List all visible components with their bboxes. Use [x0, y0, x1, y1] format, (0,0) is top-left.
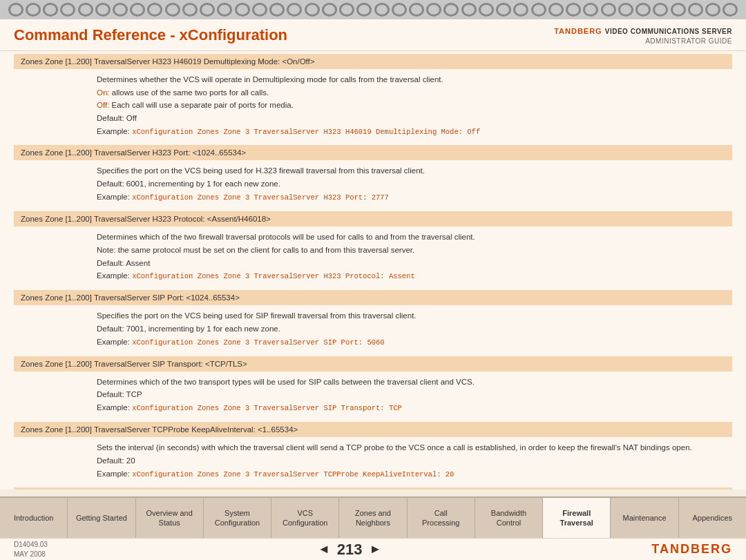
- spiral-coil: [548, 3, 564, 17]
- spiral-coil: [130, 3, 145, 17]
- off-label: Off:: [97, 101, 109, 109]
- desc-text: Determines which of the two transport ty…: [97, 376, 711, 389]
- spiral-coil: [252, 3, 267, 17]
- entry-header: Zones Zone [1..200] TraversalServer SIP …: [14, 290, 732, 305]
- spiral-coil: [705, 3, 720, 17]
- example-code: xConfiguration Zones Zone 3 TraversalSer…: [132, 128, 480, 136]
- footer: D14049.03 MAY 2008 ◄ 213 ► TANDBERG: [0, 538, 746, 560]
- nav-btn-overview-status[interactable]: Overview andStatus: [136, 498, 204, 538]
- nav-btn-call-processing[interactable]: CallProcessing: [408, 498, 475, 538]
- footer-doc-info: D14049.03 MAY 2008: [14, 540, 48, 559]
- example-code: xConfiguration Zones Zone 3 TraversalSer…: [132, 193, 389, 202]
- doc-id: D14049.03: [14, 540, 48, 550]
- nav-btn-maintenance[interactable]: Maintenance: [611, 498, 678, 538]
- entry-entry5: Zones Zone [1..200] TraversalServer SIP …: [14, 356, 732, 419]
- example-label: Example:: [97, 403, 132, 412]
- default-text: Default: Off: [97, 113, 711, 125]
- desc-text: Specifies the port on the VCS being used…: [97, 165, 711, 177]
- entry-header: Zones Zone [1..200] TraversalServer H323…: [14, 54, 732, 69]
- spiral-coil: [165, 3, 180, 17]
- on-label: On:: [97, 88, 110, 97]
- spiral-coil: [513, 3, 528, 17]
- entry-header: Zones Zone [1..200] TraversalServer H323…: [14, 145, 732, 160]
- entry-header: Zones Zone [1..200] TraversalServer SIP …: [14, 356, 732, 371]
- entry-header: Zones Zone [1..200] TraversalServer TCPP…: [14, 422, 732, 437]
- entry-entry4: Zones Zone [1..200] TraversalServer SIP …: [14, 290, 732, 353]
- nav-btn-zones-neighbors[interactable]: Zones andNeighbors: [339, 498, 407, 538]
- bottom-navigation: IntroductionGetting StartedOverview andS…: [0, 496, 746, 538]
- spiral-coil: [78, 3, 93, 17]
- spiral-coil: [723, 3, 738, 17]
- spiral-coil: [305, 3, 320, 17]
- entry-entry7: Zones Zone [1..200] TraversalServer TCPP…: [14, 487, 732, 490]
- spiral-coil: [322, 3, 337, 17]
- desc-text: Sets the interval (in seconds) with whic…: [97, 442, 711, 454]
- spiral-coil: [601, 3, 616, 17]
- spiral-coil: [531, 3, 546, 17]
- spiral-coil: [671, 3, 686, 17]
- example-line: Example: xConfiguration Zones Zone 3 Tra…: [97, 402, 711, 414]
- entry-body: Determines which of the two transport ty…: [14, 371, 732, 419]
- spiral-coil: [235, 3, 250, 17]
- example-line: Example: xConfiguration Zones Zone 3 Tra…: [97, 191, 711, 204]
- nav-btn-introduction[interactable]: Introduction: [0, 498, 68, 538]
- nav-btn-vcs-configuration[interactable]: VCSConfiguration: [271, 498, 339, 538]
- spiral-coil: [461, 3, 477, 17]
- entry-entry2: Zones Zone [1..200] TraversalServer H323…: [14, 145, 732, 208]
- spiral-coil: [43, 3, 58, 17]
- entry-entry6: Zones Zone [1..200] TraversalServer TCPP…: [14, 422, 732, 485]
- spiral-coil: [147, 3, 162, 17]
- nav-btn-bandwidth-control[interactable]: BandwidthControl: [475, 498, 543, 538]
- spiral-coil: [113, 3, 128, 17]
- default-text: Default: 20: [97, 455, 711, 467]
- desc-text: Specifies the port on the VCS being used…: [97, 310, 711, 322]
- example-code: xConfiguration Zones Zone 3 TraversalSer…: [132, 404, 402, 412]
- page-navigation: ◄ 213 ►: [318, 541, 381, 559]
- footer-brand: TANDBERG: [651, 542, 732, 557]
- example-label: Example:: [97, 127, 132, 135]
- spiral-binding: [0, 0, 746, 19]
- entry-body: Sets the interval (in seconds) with whic…: [14, 437, 732, 485]
- example-line: Example: xConfiguration Zones Zone 3 Tra…: [97, 126, 711, 138]
- example-code: xConfiguration Zones Zone 3 TraversalSer…: [132, 470, 454, 479]
- default-text: Default: Assent: [97, 258, 711, 270]
- spiral-coil: [60, 3, 75, 17]
- spiral-coil: [26, 3, 41, 17]
- example-label: Example:: [97, 338, 132, 346]
- spiral-coil: [618, 3, 633, 17]
- next-page-button[interactable]: ►: [369, 542, 381, 557]
- spiral-coil: [409, 3, 424, 17]
- desc-text: Note: the same protocol must be set on t…: [97, 244, 711, 257]
- spiral-coil: [653, 3, 668, 17]
- spiral-coil: [339, 3, 354, 17]
- nav-btn-getting-started[interactable]: Getting Started: [68, 498, 135, 538]
- brand-block: TANDBERG VIDEO COMMUNICATIONS SERVER ADM…: [554, 26, 732, 46]
- brand-product: VIDEO COMMUNICATIONS SERVER: [605, 28, 732, 35]
- nav-btn-appendices[interactable]: Appendices: [679, 498, 746, 538]
- example-label: Example:: [97, 193, 132, 201]
- prev-page-button[interactable]: ◄: [318, 542, 330, 557]
- spiral-coil: [356, 3, 372, 17]
- brand-company: TANDBERG VIDEO COMMUNICATIONS SERVER: [554, 26, 732, 37]
- default-text: Default: TCP: [97, 389, 711, 401]
- spiral-coil: [217, 3, 232, 17]
- spiral-coil: [200, 3, 215, 17]
- spiral-coil: [95, 3, 111, 17]
- spiral-coil: [8, 3, 23, 17]
- example-line: Example: xConfiguration Zones Zone 3 Tra…: [97, 468, 711, 481]
- spiral-coil: [496, 3, 511, 17]
- page-number: 213: [337, 541, 363, 559]
- spiral-coil: [566, 3, 581, 17]
- entry-body: Determines whether the VCS will operate …: [14, 69, 732, 142]
- nav-btn-system-configuration[interactable]: SystemConfiguration: [204, 498, 271, 538]
- entry-entry1: Zones Zone [1..200] TraversalServer H323…: [14, 54, 732, 142]
- nav-btn-firewall-traversal[interactable]: FirewallTraversal: [543, 498, 611, 538]
- spiral-coil: [479, 3, 494, 17]
- page-title: Command Reference - xConfiguration: [14, 26, 287, 44]
- desc-text: Determines whether the VCS will operate …: [97, 74, 711, 86]
- inline-labels: On: allows use of the same two ports for…: [97, 87, 711, 112]
- entry-entry3: Zones Zone [1..200] TraversalServer H323…: [14, 211, 732, 287]
- example-label: Example:: [97, 271, 132, 280]
- example-line: Example: xConfiguration Zones Zone 3 Tra…: [97, 336, 711, 349]
- spiral-coil: [635, 3, 651, 17]
